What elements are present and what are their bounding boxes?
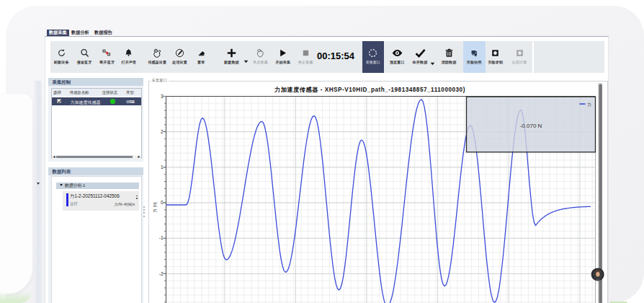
svg-text:力: 力: [587, 102, 591, 106]
svg-text:-2: -2: [158, 271, 163, 276]
svg-text:1: 1: [160, 164, 163, 170]
svg-text:3: 3: [160, 93, 163, 98]
svg-text:-0.070 N: -0.070 N: [519, 123, 542, 129]
svg-text:力 [N]: 力 [N]: [153, 201, 157, 212]
svg-text:0: 0: [160, 200, 163, 205]
svg-text:2: 2: [160, 128, 163, 133]
svg-text:-1: -1: [158, 235, 163, 240]
svg-text:力加速度传感器 - XHSP-V10HID_path_-19: 力加速度传感器 - XHSP-V10HID_path_-1981348857_1…: [274, 86, 465, 93]
